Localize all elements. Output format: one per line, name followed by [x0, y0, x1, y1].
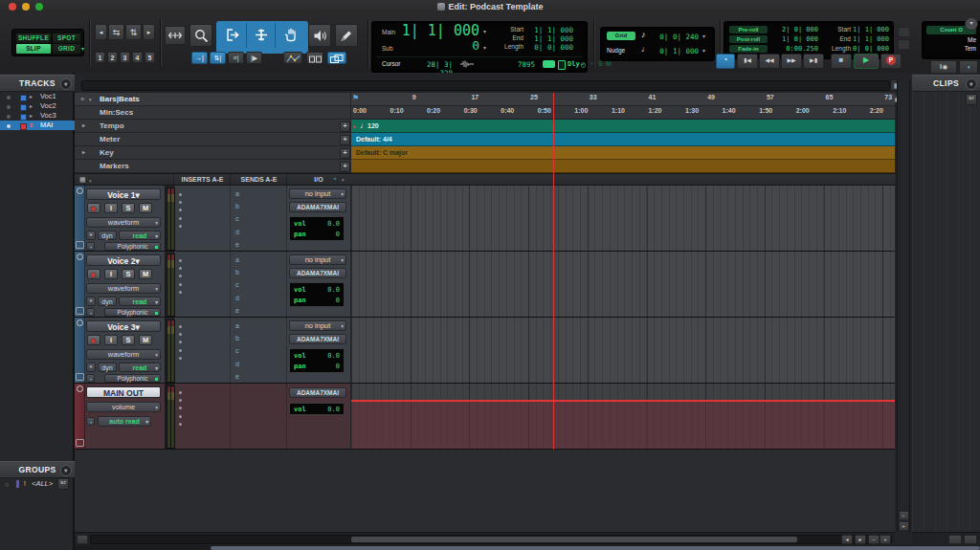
edit-mode-grid[interactable]: GRID [52, 43, 81, 55]
send-slot-label[interactable]: e [235, 370, 239, 383]
insert-slot-dot[interactable] [179, 193, 182, 196]
record-button[interactable]: P [880, 54, 902, 69]
ruler-menu-caret[interactable]: ▾ [89, 94, 92, 106]
track-show-dot[interactable] [7, 96, 11, 99]
preroll-button[interactable]: Pre-roll [729, 26, 768, 33]
selection-start-value[interactable]: 1| 1| 000 [529, 26, 573, 34]
vol-display[interactable]: vol 0.0 [289, 403, 345, 415]
output-selector[interactable]: ADAMA7XMAI [289, 334, 346, 344]
output-selector[interactable]: ADAMA7XMAI [289, 268, 346, 278]
insert-slot-dot[interactable] [179, 341, 182, 343]
track-list-item-main[interactable]: Σ MAI [0, 121, 75, 130]
sends-column-header[interactable]: SENDS A-E [231, 174, 287, 186]
toolbar-expand-button[interactable]: ▾ [965, 17, 978, 31]
track-color-strip[interactable] [75, 384, 85, 449]
insert-slot-dot[interactable] [179, 217, 182, 220]
track-list-name[interactable]: Voc3 [40, 111, 56, 121]
transport-length-value[interactable]: 0| 0| 000 [853, 45, 889, 53]
insert-slot-dot[interactable] [179, 399, 182, 402]
main-counter-value[interactable]: 1| 1| 000 [401, 22, 479, 39]
track-list-name[interactable]: MAI [40, 121, 53, 130]
grid-dropdown-icon[interactable]: ▾ [702, 33, 705, 39]
pencil-tool-button[interactable] [335, 24, 358, 47]
track-lane-main-out[interactable] [351, 384, 895, 450]
track-name-caret[interactable]: ▾ [135, 256, 139, 266]
ruler-menu-icon[interactable]: ≡ [80, 93, 84, 105]
track-list-item-voc2[interactable]: ▸ Voc2 [0, 101, 75, 111]
insert-slot-dot[interactable] [179, 291, 182, 294]
insert-dots[interactable] [174, 188, 187, 232]
insert-slot-dot[interactable] [179, 391, 182, 394]
transport-end-value[interactable]: 1| 1| 000 [853, 35, 889, 43]
track-header-menu-icon[interactable]: ▦ [79, 176, 86, 184]
record-enable-button[interactable] [87, 269, 100, 279]
send-slot-label[interactable]: d [235, 292, 239, 304]
freeze-icon[interactable] [77, 385, 83, 392]
postroll-button[interactable]: Post-roll [729, 35, 768, 43]
track-lane-voice2[interactable] [351, 252, 895, 318]
trim-tool-button[interactable] [218, 23, 247, 48]
zoomer-tool-button[interactable] [189, 24, 212, 47]
rewind-button[interactable]: ◀◀ [759, 54, 780, 69]
send-letters[interactable]: abcde [235, 253, 239, 317]
freeze-icon[interactable] [77, 253, 83, 260]
markers-ruler-lane[interactable] [351, 160, 895, 173]
selection-length-value[interactable]: 0| 0| 000 [529, 43, 573, 52]
mute-status-icon[interactable]: M [606, 60, 612, 67]
vertical-zoom-minus-button[interactable]: − [899, 511, 909, 520]
elastic-status-icon[interactable]: * [590, 60, 593, 69]
elastic-plugin-selector[interactable]: Polyphonic [104, 242, 161, 251]
track-grid-icon[interactable] [76, 373, 84, 381]
track-view-selector[interactable]: volume▾ [86, 402, 161, 412]
insert-slot-dot[interactable] [179, 415, 182, 418]
vol-value[interactable]: 0.0 [327, 352, 340, 360]
wait-for-note-metronome-button[interactable]: ‖◉ [930, 60, 957, 74]
groups-panel-menu-button[interactable]: ▾ [60, 465, 72, 476]
track-name-caret[interactable]: ▾ [135, 322, 139, 332]
midi-merge-button[interactable]: ◖ [959, 60, 978, 74]
tempo-label[interactable]: Tem [926, 45, 976, 52]
timeline-scrollbar[interactable] [81, 80, 890, 91]
insert-slot-dot[interactable] [179, 349, 182, 352]
send-slot-label[interactable]: a [235, 319, 239, 332]
timebase-icon[interactable]: ◔ [86, 374, 95, 383]
track-show-dot[interactable] [7, 105, 11, 109]
inserts-column-header[interactable]: INSERTS A-E [174, 174, 231, 186]
vol-value[interactable]: 0.0 [327, 220, 340, 228]
track-name-field[interactable]: Voice 2▾ [86, 254, 161, 266]
timebase-icon[interactable]: ◔ [86, 308, 95, 317]
link-timeline-edit-toggle[interactable]: ⇅| [210, 52, 226, 64]
input-selector[interactable]: no input▾ [289, 188, 346, 199]
expand-button[interactable] [898, 27, 910, 37]
meter-value[interactable]: Default: 4/4 [356, 136, 392, 143]
insert-slot-dot[interactable] [179, 325, 182, 328]
track-lane-voice1[interactable] [351, 186, 895, 252]
add-key-event-button[interactable]: + [340, 148, 350, 159]
nudge-note-icon[interactable]: ♩ [641, 44, 650, 54]
expand-triangle-icon[interactable]: ▸ [82, 120, 85, 132]
clock-status-icon[interactable]: ◴ [581, 60, 586, 69]
track-name-field[interactable]: MAIN OUT [86, 386, 161, 398]
scroll-right-button[interactable]: ▸ [855, 535, 866, 544]
insert-slot-dot[interactable] [179, 333, 182, 336]
group-active-circle[interactable]: ○ [5, 479, 9, 491]
go-to-end-button[interactable]: ▶▮ [803, 54, 824, 69]
transport-start-value[interactable]: 1| 1| 000 [853, 26, 889, 33]
send-slot-label[interactable]: c [235, 212, 239, 225]
insert-slot-dot[interactable] [179, 407, 182, 409]
solo-status-icon[interactable]: S [598, 60, 603, 67]
mirrored-editing-toggle[interactable]: ≡| [228, 52, 244, 64]
timebase-icon[interactable]: ◔ [86, 242, 95, 251]
insert-slot-dot[interactable] [179, 357, 182, 360]
dyn-button[interactable]: dyn [98, 297, 117, 306]
add-meter-event-button[interactable]: + [340, 135, 350, 145]
insert-slot-dot[interactable] [179, 267, 182, 270]
bars-ruler-lane[interactable]: ⚑ 91725334149576573 [351, 93, 895, 106]
solo-button[interactable]: S [122, 335, 135, 345]
timebase-clock-icon[interactable]: ◔ [332, 175, 337, 184]
clips-option-button[interactable] [948, 535, 962, 544]
clip-effects-toggle[interactable] [306, 52, 323, 64]
az-focus-badge[interactable]: az [966, 94, 977, 105]
zoom-plus-button[interactable]: + [880, 535, 891, 544]
insert-slot-dot[interactable] [179, 259, 182, 262]
